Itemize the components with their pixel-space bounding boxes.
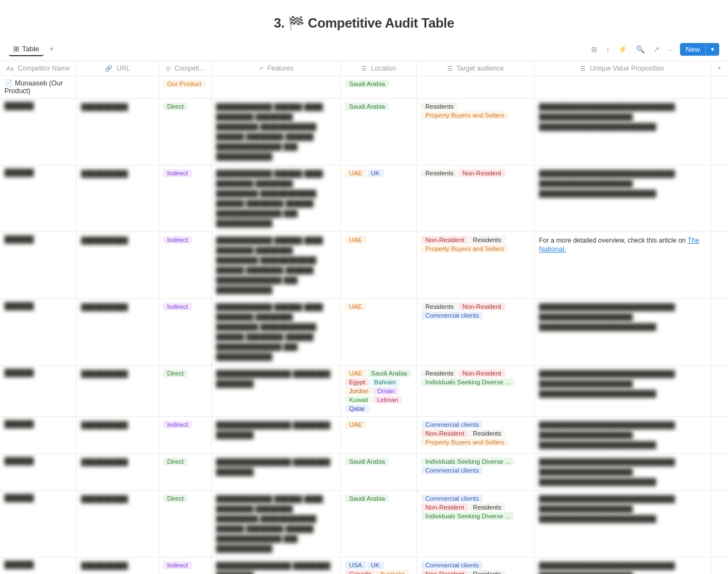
cell-features[interactable]: ████████████████ ████████ ████████ xyxy=(211,417,340,454)
cell-uvp[interactable]: █████████████████████████████ ██████████… xyxy=(534,557,710,575)
cell-features[interactable]: ████████████████ ████████ ████████ xyxy=(211,557,340,575)
cell-uvp[interactable]: █████████████████████████████ ██████████… xyxy=(534,366,710,417)
sort-icon[interactable]: ↕ xyxy=(603,43,613,56)
cell-competitor[interactable]: ██████ xyxy=(0,557,76,575)
cell-url[interactable] xyxy=(76,76,158,99)
cell-uvp[interactable]: For a more detailed overview, check this… xyxy=(534,232,710,299)
cell-target-audience[interactable]: Individuals Seeking Diverse ...Commercia… xyxy=(417,454,534,491)
col-header-competition[interactable]: ⊙ Competi... xyxy=(158,61,211,76)
cell-competition-type[interactable]: Indirect xyxy=(158,557,211,575)
cell-competitor[interactable]: ██████ xyxy=(0,454,76,491)
cell-competition-type[interactable]: Indirect xyxy=(158,232,211,299)
feature-line: ████████ ████████ xyxy=(216,112,336,122)
cell-competitor[interactable]: ██████ xyxy=(0,299,76,366)
cell-uvp[interactable]: █████████████████████████████ ██████████… xyxy=(534,299,710,366)
cell-competition-type[interactable]: Indirect xyxy=(158,299,211,366)
col-label-target: Target audience xyxy=(457,65,504,72)
cell-target-audience[interactable]: Non-ResidentResidentsProperty Buyers and… xyxy=(417,232,534,299)
cell-features[interactable]: ████████████████ ████████ ████████ xyxy=(211,454,340,491)
cell-target-audience[interactable] xyxy=(417,76,534,99)
share-icon[interactable]: ↗ xyxy=(650,43,663,56)
cell-competitor[interactable]: ██████ xyxy=(0,366,76,417)
cell-location[interactable]: Saudi Arabia xyxy=(340,76,416,99)
uvp-line: ████████████████████ xyxy=(539,312,705,322)
cell-target-audience[interactable]: ResidentsNon-ResidentCommercial clients xyxy=(417,299,534,366)
cell-competition-type[interactable]: Direct xyxy=(158,491,211,557)
new-button[interactable]: New ▼ xyxy=(680,43,719,56)
cell-target-audience[interactable]: ResidentsNon-ResidentIndividuals Seeking… xyxy=(417,366,534,417)
cell-competitor[interactable]: 📄Munaaseb (Our Product) xyxy=(0,76,76,99)
cell-url[interactable]: ██████████ xyxy=(76,366,158,417)
cell-features[interactable]: ████████████████ ████████ ████████ xyxy=(211,366,340,417)
uvp-line: █████████████████████████ xyxy=(539,322,705,332)
cell-url[interactable]: ██████████ xyxy=(76,491,158,557)
cell-competition-type[interactable]: Direct xyxy=(158,99,211,165)
cell-url[interactable]: ██████████ xyxy=(76,299,158,366)
new-button-label[interactable]: New xyxy=(680,43,705,56)
cell-url[interactable]: ██████████ xyxy=(76,232,158,299)
col-header-features[interactable]: ↗ Features xyxy=(211,61,340,76)
cell-location[interactable]: Saudi Arabia xyxy=(340,491,416,557)
cell-features[interactable]: ████████████ ██████ ████ ████████ ██████… xyxy=(211,165,340,232)
filter-icon[interactable]: ⊞ xyxy=(588,43,601,56)
cell-url[interactable]: ██████████ xyxy=(76,454,158,491)
table-tab[interactable]: ⊞ Table xyxy=(9,42,44,56)
cell-uvp[interactable]: █████████████████████████████ ██████████… xyxy=(534,165,710,232)
cell-target-audience[interactable]: Commercial clientsNon-ResidentResidentsP… xyxy=(417,417,534,454)
cell-competition-type[interactable]: Direct xyxy=(158,366,211,417)
cell-location[interactable]: UAE xyxy=(340,417,416,454)
cell-competition-type[interactable]: Our Product xyxy=(158,76,211,99)
cell-competition-type[interactable]: Indirect xyxy=(158,165,211,232)
cell-add-col xyxy=(710,491,728,557)
cell-target-audience[interactable]: Commercial clientsNon-ResidentResidentsI… xyxy=(417,491,534,557)
cell-location[interactable]: UAESaudi ArabiaEgyptBahrainJordonOmanKuw… xyxy=(340,366,416,417)
cell-url[interactable]: ██████████ xyxy=(76,165,158,232)
cell-location[interactable]: UAE xyxy=(340,232,416,299)
search-icon[interactable]: 🔍 xyxy=(633,43,648,56)
cell-target-audience[interactable]: Commercial clientsNon-ResidentResidentsI… xyxy=(417,557,534,575)
cell-location[interactable]: USAUKCanadaAustralia xyxy=(340,557,416,575)
feature-line: ██████ ████████ ██████ xyxy=(216,199,336,208)
col-header-url[interactable]: 🔗 URL xyxy=(76,61,158,76)
cell-features[interactable] xyxy=(211,76,340,99)
col-header-competitor[interactable]: Aa Competitor Name xyxy=(0,61,76,76)
cell-url[interactable]: ██████████ xyxy=(76,557,158,575)
location-badge: Kuwait xyxy=(345,396,372,404)
col-header-uvp[interactable]: ☰ Unique Value Proposition xyxy=(534,61,710,76)
cell-location[interactable]: UAE xyxy=(340,299,416,366)
col-header-add[interactable]: + xyxy=(710,61,728,76)
add-view-button[interactable]: + xyxy=(46,42,57,56)
cell-features[interactable]: ████████████ ██████ ████ ████████ ██████… xyxy=(211,491,340,557)
cell-target-audience[interactable]: ResidentsProperty Buyers and Sellers xyxy=(417,99,534,165)
cell-competitor[interactable]: ██████ xyxy=(0,99,76,165)
cell-competition-type[interactable]: Direct xyxy=(158,454,211,491)
cell-url[interactable]: ██████████ xyxy=(76,417,158,454)
cell-location[interactable]: Saudi Arabia xyxy=(340,454,416,491)
cell-uvp[interactable]: █████████████████████████████ ██████████… xyxy=(534,417,710,454)
cell-add-col xyxy=(710,454,728,491)
more-icon[interactable]: ··· xyxy=(665,43,678,56)
cell-features[interactable]: ████████████ ██████ ████ ████████ ██████… xyxy=(211,99,340,165)
cell-competitor[interactable]: ██████ xyxy=(0,232,76,299)
cell-uvp[interactable] xyxy=(534,76,710,99)
cell-competitor[interactable]: ██████ xyxy=(0,417,76,454)
cell-features[interactable]: ████████████ ██████ ████ ████████ ██████… xyxy=(211,232,340,299)
cell-competition-type[interactable]: Indirect xyxy=(158,417,211,454)
cell-competitor[interactable]: ██████ xyxy=(0,165,76,232)
col-header-location[interactable]: ☰ Location xyxy=(340,61,416,76)
location-badge: UAE xyxy=(345,236,366,244)
cell-target-audience[interactable]: ResidentsNon-Resident xyxy=(417,165,534,232)
cell-competitor[interactable]: ██████ xyxy=(0,491,76,557)
col-icon-list3: ☰ xyxy=(580,65,586,72)
cell-uvp[interactable]: █████████████████████████████ ██████████… xyxy=(534,491,710,557)
new-button-arrow[interactable]: ▼ xyxy=(705,44,719,55)
cell-location[interactable]: Saudi Arabia xyxy=(340,99,416,165)
cell-location[interactable]: UAEUK xyxy=(340,165,416,232)
cell-uvp[interactable]: █████████████████████████████ ██████████… xyxy=(534,99,710,165)
competitor-name: ██████ xyxy=(4,457,34,465)
cell-url[interactable]: ██████████ xyxy=(76,99,158,165)
col-header-target[interactable]: ☰ Target audience xyxy=(417,61,534,76)
lightning-icon[interactable]: ⚡ xyxy=(615,43,630,56)
cell-uvp[interactable]: █████████████████████████████ ██████████… xyxy=(534,454,710,491)
cell-features[interactable]: ████████████ ██████ ████ ████████ ██████… xyxy=(211,299,340,366)
